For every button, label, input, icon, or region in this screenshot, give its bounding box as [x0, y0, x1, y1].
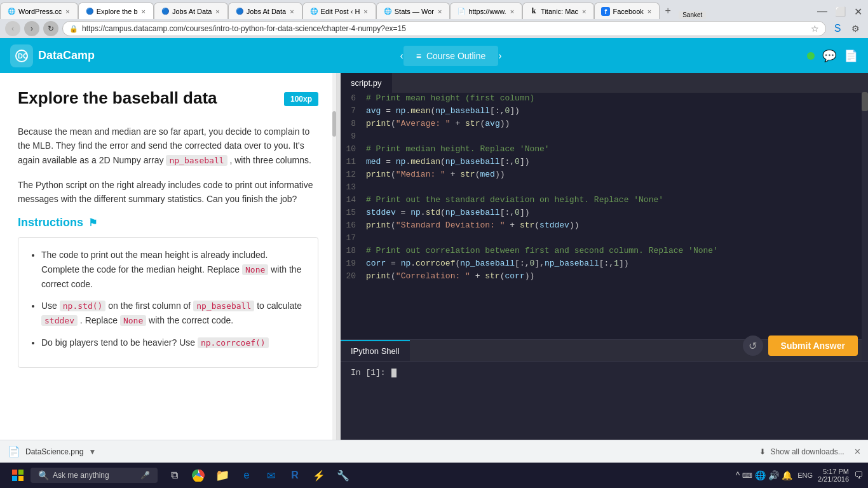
code-line-9: 9 — [341, 131, 868, 144]
tab-title-fb: Facebook — [613, 8, 643, 15]
inline-code-np-baseball: np_baseball — [166, 155, 227, 166]
line-num-10: 10 — [341, 144, 366, 154]
close-button[interactable]: ✕ — [850, 4, 865, 19]
left-panel-scrollbar[interactable] — [332, 73, 336, 463]
task-view-button[interactable]: ⧉ — [163, 463, 186, 488]
show-all-downloads[interactable]: ⬇ Show all downloads... × — [759, 446, 860, 458]
tray-notification[interactable]: 🔔 — [782, 470, 792, 480]
cortana-icon: 🔍 — [38, 470, 49, 480]
ipython-shell-tab[interactable]: IPython Shell — [341, 340, 410, 361]
browser-tab-stats[interactable]: 🌐 Stats — Wor × — [376, 3, 451, 19]
tray-keyboard[interactable]: ⌨ — [742, 471, 752, 480]
instructions-header: Instructions ⚑ — [18, 216, 318, 229]
instr2-code2: np_baseball — [193, 301, 254, 311]
code-line-18: 18 # Print out correlation between first… — [341, 245, 868, 258]
code-line-7: 7 avg = np.mean(np_baseball[:,0]) — [341, 105, 868, 118]
edge-taskbar-icon[interactable]: e — [235, 463, 258, 488]
line-num-7: 7 — [341, 106, 366, 116]
minimize-button[interactable]: — — [815, 4, 830, 19]
download-bar-close[interactable]: × — [855, 446, 860, 458]
action-center-icon[interactable]: 🗨 — [854, 470, 863, 480]
online-status-dot — [807, 52, 815, 60]
line-num-11: 11 — [341, 157, 366, 166]
taskbar-apps: ⧉ 📁 e ✉ R ⚡ 🔧 — [163, 463, 355, 488]
code-line-17: 17 — [341, 233, 868, 245]
file-explorer-taskbar-icon[interactable]: 📁 — [211, 463, 234, 488]
course-outline-button[interactable]: ≡ Course Outline — [403, 46, 499, 66]
tab-close-jobs1[interactable]: × — [214, 8, 220, 15]
submit-button[interactable]: Submit Answer — [768, 336, 858, 356]
tab-favicon-jobs1: 🔵 — [161, 7, 170, 16]
maximize-button[interactable]: ⬜ — [832, 4, 848, 19]
document-icon[interactable]: 📄 — [844, 49, 858, 63]
script-tab[interactable]: script.py — [341, 73, 392, 93]
clock: 5:17 PM 2/21/2016 — [818, 468, 849, 483]
reset-button[interactable]: ↺ — [743, 336, 763, 356]
code-line-14: 14 # Print out the standard deviation on… — [341, 194, 868, 207]
tab-close-url[interactable]: × — [509, 8, 515, 15]
address-bar[interactable]: 🔒 https://campus.datacamp.com/courses/in… — [62, 21, 826, 36]
skype-icon[interactable]: S — [830, 21, 845, 36]
instr2-code4: None — [120, 315, 146, 326]
right-panel: script.py 6 # Print mean height (first c… — [341, 73, 868, 463]
url-text: https://campus.datacamp.com/courses/intr… — [82, 24, 807, 33]
r-taskbar-icon[interactable]: R — [283, 463, 306, 488]
tab-close-jobs2[interactable]: × — [288, 8, 295, 15]
browser-tab-facebook[interactable]: f Facebook × — [594, 3, 660, 19]
tab-favicon-jobs2: 🔵 — [235, 7, 244, 16]
tray-arrow[interactable]: ^ — [736, 470, 740, 480]
dc-logo-svg: DC — [15, 49, 29, 63]
tab-close-titanic[interactable]: × — [581, 8, 587, 15]
chat-icon[interactable]: 💬 — [822, 49, 836, 63]
bookmark-icon[interactable]: ☆ — [811, 24, 819, 34]
extension-icon[interactable]: ⚙ — [848, 21, 863, 36]
chrome-taskbar-icon[interactable] — [187, 463, 210, 488]
browser-tab-editpost[interactable]: 🌐 Edit Post ‹ H × — [302, 3, 376, 19]
browser-tab-wordpress[interactable]: 🌐 WordPress.cc × — [0, 3, 78, 19]
tab-close-fb[interactable]: × — [646, 8, 653, 15]
filezilla-taskbar-icon[interactable]: ⚡ — [308, 463, 330, 488]
email-taskbar-icon[interactable]: ✉ — [259, 463, 282, 488]
editor-scroll-thumb — [862, 92, 868, 111]
app8-taskbar-icon[interactable]: 🔧 — [332, 463, 355, 488]
download-options-icon[interactable]: ▼ — [88, 447, 96, 456]
tab-close-wp[interactable]: × — [64, 8, 71, 15]
browser-tab-datacamp[interactable]: 🔵 Explore the b × — [78, 3, 154, 19]
line-code-19: corr = np.corrcoef(np_baseball[:,0],np_b… — [366, 259, 629, 268]
exercise-description-2: The Python script on the right already i… — [18, 178, 318, 207]
browser-tab-jobs2[interactable]: 🔵 Jobs At Data × — [228, 3, 302, 19]
tab-close-dc[interactable]: × — [140, 8, 147, 15]
system-tray: ^ ⌨ 🌐 🔊 🔔 — [736, 470, 793, 480]
reload-button[interactable]: ↻ — [43, 21, 58, 36]
line-code-18: # Print out correlation between first an… — [366, 246, 718, 255]
course-prev-button[interactable]: ‹ — [400, 46, 403, 66]
tray-volume[interactable]: 🔊 — [768, 470, 779, 480]
taskbar-search[interactable]: 🔍 Ask me anything 🎤 — [31, 468, 158, 483]
tab-title-jobs2: Jobs At Data — [247, 8, 286, 15]
start-button[interactable] — [5, 463, 31, 488]
course-next-button[interactable]: › — [498, 46, 501, 66]
tab-close-stats[interactable]: × — [437, 8, 443, 15]
back-button[interactable]: ‹ — [5, 21, 20, 36]
xp-badge: 100xp — [284, 92, 318, 106]
header-center: ‹ ≡ Course Outline › — [95, 46, 807, 66]
browser-tab-url[interactable]: 📄 https://www. × — [450, 3, 522, 19]
svg-rect-3 — [18, 470, 24, 475]
tray-network[interactable]: 🌐 — [755, 470, 766, 480]
windows-logo-icon — [12, 470, 24, 481]
tab-title-url: https://www. — [468, 8, 506, 15]
browser-tab-titanic[interactable]: k Titanic: Mac × — [522, 3, 594, 19]
new-tab-button[interactable]: + — [660, 3, 676, 19]
tab-close-edit[interactable]: × — [362, 8, 369, 15]
forward-button[interactable]: › — [24, 21, 39, 36]
browser-tab-jobs1[interactable]: 🔵 Jobs At Data × — [154, 3, 228, 19]
svg-rect-2 — [12, 470, 17, 475]
tab-favicon-edit: 🌐 — [309, 7, 318, 16]
instr2-text1: Use — [41, 301, 60, 311]
line-num-9: 9 — [341, 132, 366, 141]
tab-title-stats: Stats — Wor — [395, 8, 434, 15]
code-editor[interactable]: 6 # Print mean height (first column) 7 a… — [341, 93, 868, 339]
dc-logo[interactable]: DC DataCamp — [10, 44, 95, 67]
editor-scrollbar[interactable] — [862, 92, 868, 361]
line-num-18: 18 — [341, 246, 366, 255]
